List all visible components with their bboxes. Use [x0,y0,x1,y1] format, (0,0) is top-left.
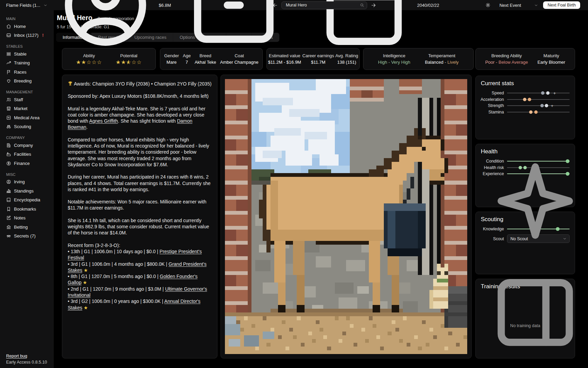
recent-form-entry: • 3rd | G2 | 1006.0m | 0 years ago | $30… [68,298,212,311]
staff-link-agnes-griffith[interactable]: Agnes Griffith [89,118,118,124]
edge-toolbar [484,150,586,368]
sidebar-item-label: Encyclopedia [14,197,40,202]
gold-star-icon: ★ [81,280,87,285]
sidebar-item-scouting[interactable]: Scouting [0,122,54,132]
sidebar-item-label: Medical Area [14,115,39,120]
stat-row-strength: Strength+ [476,103,570,109]
report-bug-link[interactable]: Report bug [6,354,47,358]
stat-row-acceleration: Acceleration [476,96,570,103]
training-icon [6,60,11,65]
star-empty-icon: ☆ [92,60,97,65]
search-input[interactable] [282,2,367,9]
sidebar-nav: MAINHomeInbox (1127)!STABLESStableTraini… [0,17,54,241]
bio-paragraph-bond: Mural is a legendary Akhal-Teke Mare. Sh… [68,106,212,131]
sidebar-item-notes[interactable]: Notes [0,214,54,223]
stat-label: Strength [476,103,504,108]
career-earnings-value: $11.7M [311,60,325,65]
stat-label: Speed [476,91,504,95]
sidebar-item-standings[interactable]: Standings [0,186,54,196]
next-foal-birth-button[interactable]: Next Foal Birth [543,1,580,9]
star-full-icon: ★ [121,60,126,65]
sidebar-item-label: Races [14,70,27,75]
back-button[interactable] [272,2,278,8]
next-event-chevron[interactable] [534,3,538,7]
bookmark-icon [6,206,11,212]
sidebar-item-staff[interactable]: Staff [0,95,54,104]
sidebar-item-betting[interactable]: Betting [0,223,54,232]
sidebar-item-races[interactable]: Races [0,67,54,77]
horse-pixel-art [225,79,467,354]
sidebar-item-label: Home [14,24,26,29]
star-empty-icon: ☆ [136,60,142,65]
version-label: Early Access 0.8.5.10 [6,360,47,365]
recent-form-text: • 8th | G1 | 1207.0m | 5 months ago | $0… [68,274,160,279]
sponsor-line: Sponsored by: Apex Luxury Motors ($108.8… [68,93,212,99]
bio-paragraph-traits: Compared to other horses, Mural exhibits… [68,137,212,168]
recent-form-text: • 3rd | G1 | 1006.0m | 4 months ago | $8… [68,261,168,267]
sparkle-icon[interactable] [484,150,586,252]
sidebar-item-company[interactable]: Company [0,141,54,150]
recent-form-entry: • 8th | G1 | 1207.0m | 5 months ago | $0… [68,273,212,286]
sidebar-item-label: Market [14,106,28,111]
star-full-icon: ★ [81,60,86,65]
sidebar-item-label: Inbox (1127) [14,33,38,38]
sidebar-item-label: Standings [14,188,34,194]
bio-paragraph-career: During her career, Mural has participate… [68,174,212,193]
card-breeding: Breeding Ability Poor - Below Average Ma… [475,48,575,70]
settings-button[interactable] [485,2,491,8]
stat-marker-dot [528,98,531,101]
staff-icon [6,97,11,102]
sidebar-item-label: Scouting [14,124,31,129]
mask-icon [6,233,11,239]
person-circle-icon [54,0,157,56]
recent-form-text: • 3rd | G2 | 1006.0m | 0 years ago | $30… [68,298,164,304]
recent-form-text: • 13th | G1 | 1006.0m | 10 days ago | $0… [68,249,160,254]
stat-marker-dot [546,91,550,95]
sidebar-item-encyclopedia[interactable]: Encyclopedia [0,196,54,205]
sidebar-item-stable[interactable]: Stable [0,49,54,59]
stable-switcher[interactable]: Flame Fields (1... [6,3,48,8]
sidebar-item-breeding[interactable]: Breeding [0,77,54,86]
sidebar-item-medical-area[interactable]: Medical Area [0,113,54,122]
recent-form-text: • 2nd | G1 | 1207.0m | 9 months ago | $3… [68,286,165,292]
sidebar-item-irving[interactable]: Irving [0,178,54,187]
stat-row-stamina: Stamina [476,109,570,116]
stat-plus-marker: + [553,91,556,95]
star-full-icon: ★ [116,60,121,65]
sidebar-item-label: Irving [14,179,25,184]
maturity-value: Early Bloomer [537,60,565,65]
sidebar-item-inbox-1127[interactable]: Inbox (1127)! [0,31,54,40]
sidebar-item-label: Bookmarks [14,206,36,212]
binoculars-icon [6,124,11,129]
medical-icon [6,115,11,120]
sidebar-item-label: Company [14,143,33,148]
stat-marker-dot [534,110,538,114]
flag-icon [6,70,11,75]
side-panel-icon[interactable] [484,261,586,364]
potential-stars: ★★★☆☆☆ [116,60,142,65]
bank-icon [6,225,11,230]
sidebar-item-bookmarks[interactable]: Bookmarks [0,204,54,214]
recent-form-entry: • 13th | G1 | 1006.0m | 10 days ago | $0… [68,248,212,261]
sidebar-item-label: Breeding [14,78,32,83]
sidebar-item-label: Notes [14,215,26,220]
next-event-button[interactable]: Next Event [500,3,521,8]
sidebar-section-management: MANAGEMENT [6,90,54,94]
sidebar-item-finance[interactable]: Finance [0,159,54,168]
sidebar-section-company: COMPANY [6,136,54,140]
sidebar-item-facilities[interactable]: Facilities [0,150,54,159]
home-icon [6,24,11,29]
sidebar-section-main: MAIN [6,17,54,21]
maturity-label: Maturity [543,53,559,58]
forward-button[interactable] [371,2,376,8]
sidebar-item-label: Staff [14,97,23,102]
stat-marker-dot [529,110,533,114]
stable-name: Flame Fields (1... [6,3,40,8]
sidebar-item-secrets-7[interactable]: Secrets (7) [0,232,54,241]
estimated-value: $11.2M - $16.9M [268,60,301,65]
sidebar-item-home[interactable]: Home [0,22,54,31]
sidebar-item-market[interactable]: Market [0,104,54,113]
top-bar: Flame Fields (1... $6.8M $26.7K 2040/02/… [0,0,588,10]
sidebar-item-training[interactable]: Training [0,59,54,68]
stat-slider-track [507,112,570,112]
